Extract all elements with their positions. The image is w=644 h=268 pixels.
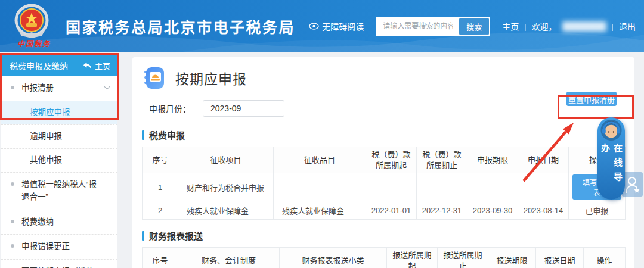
sidebar-item-1[interactable]: 按期应申报: [1, 101, 117, 124]
sidebar-item-7[interactable]: 更正往期申报（增值税、消费税、增值税代扣代缴、扣缴企业所得税）: [1, 259, 117, 268]
search-group: 搜索: [376, 17, 490, 36]
sidebar-item-label: 逾期申报: [30, 132, 62, 141]
app-header: 中国税务 国家税务总局北京市电子税务局 无障碍阅读 搜索 主页 | 欢迎， | …: [0, 0, 644, 52]
finance-section-header: 财务报表报送: [142, 229, 625, 242]
bullet-icon: [11, 244, 14, 248]
sidebar-item-label: 申报错误更正: [21, 242, 70, 251]
column-header: 序号: [143, 147, 178, 173]
page-title: 按期应申报: [175, 68, 247, 88]
table-cell: [274, 173, 366, 201]
bullet-icon: [11, 86, 14, 89]
table-cell: 2: [143, 201, 178, 220]
bullet-icon: [11, 220, 14, 223]
sidebar-item-label: 申报清册: [21, 83, 54, 92]
search-input[interactable]: [377, 18, 459, 35]
sidebar-item-0[interactable]: 申报清册: [1, 76, 117, 101]
sidebar: 税费申报及缴纳 主页 申报清册按期应申报逾期申报其他申报增值税一般纳税人“报退合…: [1, 55, 117, 268]
sidebar-item-label: 按期应申报: [30, 108, 70, 117]
logout-link[interactable]: 退出: [619, 20, 636, 32]
chevron-down-icon: [104, 84, 110, 90]
table-cell: [518, 173, 569, 201]
sidebar-item-4[interactable]: 增值税一般纳税人“报退合一”: [1, 172, 117, 210]
accessibility-label: 无障碍阅读: [322, 20, 364, 32]
search-button[interactable]: 搜索: [459, 18, 489, 35]
table-cell: 2023-08-14: [518, 201, 569, 220]
table-cell: 残疾人就业保障金: [178, 201, 274, 220]
column-header: 序号: [143, 248, 178, 268]
section-bar: [142, 130, 144, 140]
user-contact-icon[interactable]: [622, 172, 643, 197]
section-bar: [142, 231, 144, 241]
filing-month-input[interactable]: [203, 100, 284, 117]
sidebar-item-5[interactable]: 税费缴纳: [1, 210, 117, 235]
sidebar-item-2[interactable]: 逾期申报: [1, 124, 117, 148]
column-header: 操作: [584, 248, 626, 268]
column-header: 报送所属期止: [438, 248, 488, 268]
column-header: 财务、会计制度: [178, 248, 280, 268]
tax-emblem-icon: [13, 4, 50, 40]
table-cell: 2022-01-01: [366, 201, 417, 220]
column-header: 征收品目: [274, 147, 366, 173]
tax-section-header: 税费申报: [142, 129, 625, 141]
logo-caption: 中国税务: [11, 38, 57, 48]
finance-report-table: 序号财务、会计制度财务报表报送小类报送所属期起报送所属期止报送期限报送日期操作 …: [142, 247, 626, 268]
table-cell: 1: [143, 173, 178, 201]
sidebar-title: 税费申报及缴纳: [10, 60, 68, 71]
eye-icon: [309, 22, 319, 30]
sidebar-item-6[interactable]: 申报错误更正: [1, 234, 117, 259]
filing-month-label: 申报月份：: [149, 102, 191, 114]
sidebar-menu: 申报清册按期应申报逾期申报其他申报增值税一般纳税人“报退合一”税费缴纳申报错误更…: [1, 76, 117, 268]
home-link[interactable]: 主页: [502, 20, 519, 32]
welcome-label: 欢迎，: [532, 20, 557, 32]
sidebar-item-label: 税费缴纳: [21, 217, 54, 226]
column-header: 报送日期: [536, 248, 584, 268]
sidebar-item-label: 其他申报: [30, 155, 62, 164]
user-name-redacted: [562, 21, 606, 32]
reset-declaration-button[interactable]: 重置申报清册: [566, 92, 617, 106]
accessibility-link[interactable]: 无障碍阅读: [309, 20, 364, 32]
site-title: 国家税务总局北京市电子税务局: [66, 15, 295, 37]
table-cell: 残疾人就业保障金: [274, 201, 366, 220]
table-cell: 已申报: [569, 201, 626, 220]
nav-separator: |: [524, 22, 526, 31]
table-cell: [366, 173, 417, 201]
sidebar-item-label: 增值税一般纳税人“报退合一”: [21, 180, 97, 201]
column-header: 申报期限: [467, 147, 518, 173]
sidebar-header: 税费申报及缴纳 主页: [1, 55, 117, 76]
column-header: 征收项目: [178, 147, 274, 173]
column-header: 报送期限: [488, 248, 536, 268]
page-title-row: 按期应申报: [142, 57, 625, 91]
online-guide-widget[interactable]: 在线导办: [597, 117, 625, 200]
table-cell: [417, 173, 467, 201]
person-star-icon: [625, 176, 640, 194]
assistant-avatar-icon: [600, 119, 623, 141]
column-header: 财务报表报送小类: [280, 248, 387, 268]
tax-section-title: 税费申报: [149, 129, 185, 141]
table-row: 1财产和行为税合并申报填写申报表: [143, 173, 626, 201]
table-cell: 财产和行为税合并申报: [178, 173, 274, 201]
sidebar-home-link[interactable]: 主页: [83, 60, 110, 71]
table-row: 2残疾人就业保障金残疾人就业保障金2022-01-012022-12-31202…: [143, 201, 626, 220]
main-panel: 按期应申报 申报月份： 重置申报清册 税费申报 序号征收项目征收品目税（费）款所…: [132, 57, 634, 268]
column-header: 税（费）款所属期起: [366, 147, 417, 173]
column-header: 税（费）款所属期止: [417, 147, 467, 173]
sidebar-home-label: 主页: [95, 60, 110, 71]
bullet-icon: [11, 182, 14, 186]
finance-section-title: 财务报表报送: [149, 229, 203, 242]
table-cell: [467, 173, 518, 201]
column-header: 报送所属期起: [387, 248, 438, 268]
column-header: 申报日期: [518, 147, 569, 173]
table-cell: 2023-09-30: [467, 201, 518, 220]
sidebar-item-3[interactable]: 其他申报: [1, 148, 117, 172]
header-nav: 主页 | 欢迎， | 退出: [502, 20, 636, 32]
table-cell: 2022-12-31: [417, 201, 467, 220]
declaration-book-icon: [142, 66, 167, 91]
online-guide-label: 在线导办: [599, 144, 624, 200]
logo: 中国税务: [10, 2, 58, 50]
tax-declaration-table: 序号征收项目征收品目税（费）款所属期起税（费）款所属期止申报期限申报日期操作1财…: [142, 147, 626, 220]
filing-month-row: 申报月份： 重置申报清册: [142, 100, 625, 117]
nav-separator: |: [612, 22, 614, 31]
page: 中国税务 国家税务总局北京市电子税务局 无障碍阅读 搜索 主页 | 欢迎， | …: [0, 0, 644, 268]
back-arrow-icon: [83, 62, 92, 70]
